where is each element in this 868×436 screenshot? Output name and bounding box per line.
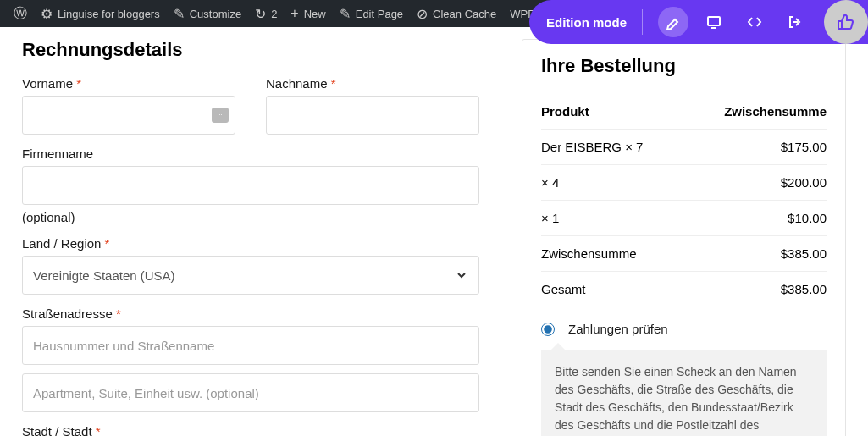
subtotal-label: Zwischensumme — [541, 246, 637, 261]
street-label: Straßenadresse * — [22, 306, 479, 321]
order-heading: Ihre Bestellung — [541, 55, 827, 77]
code-button[interactable] — [739, 7, 770, 37]
plus-icon: + — [290, 6, 298, 21]
billing-heading: Rechnungsdetails — [22, 39, 479, 61]
subtotal-head: Zwischensumme — [724, 104, 827, 119]
street2-input[interactable] — [22, 373, 479, 412]
autofill-icon[interactable]: ••• — [212, 108, 229, 123]
code-icon — [747, 14, 762, 30]
clean-cache-label: Clean Cache — [433, 8, 496, 20]
new-label: New — [304, 8, 326, 20]
refresh-icon: ↻ — [255, 6, 266, 22]
clean-cache-link[interactable]: ⊘Clean Cache — [410, 6, 503, 22]
svg-rect-0 — [708, 17, 720, 25]
firstname-input[interactable] — [22, 96, 235, 135]
exit-icon — [788, 14, 803, 30]
edition-mode-label: Edition mode — [546, 15, 627, 30]
lastname-label: Nachname * — [266, 76, 479, 91]
payment-check-description: Bitte senden Sie einen Scheck an den Nam… — [541, 350, 827, 436]
lastname-input[interactable] — [266, 96, 479, 135]
company-label: Firmenname — [22, 146, 479, 161]
city-label: Stadt / Stadt * — [22, 424, 479, 436]
order-table: ProduktZwischensumme Der EISBERG × 7$175… — [541, 94, 827, 306]
updates-count: 2 — [271, 8, 277, 20]
wordpress-icon: ⓦ — [14, 5, 27, 23]
edit-button[interactable] — [658, 7, 688, 37]
thumbs-up-icon — [836, 12, 856, 32]
edition-mode-bar: Edition mode — [529, 0, 868, 44]
desktop-button[interactable] — [699, 7, 729, 37]
thumb-button[interactable] — [824, 0, 868, 44]
pencil-icon — [666, 14, 681, 30]
street1-input[interactable] — [22, 326, 479, 365]
order-section: Ihre Bestellung ProduktZwischensumme Der… — [522, 39, 846, 436]
billing-section: Rechnungsdetails Vorname * ••• Nachname … — [22, 39, 479, 436]
product-head: Produkt — [541, 104, 589, 119]
edit-page-link[interactable]: ✎Edit Page — [333, 6, 410, 22]
subtotal-value: $385.00 — [781, 246, 827, 261]
company-input[interactable] — [22, 166, 479, 205]
table-row: × 1$10.00 — [541, 201, 827, 236]
separator — [642, 9, 643, 35]
total-label: Gesamt — [541, 282, 586, 296]
table-row: × 4$200.00 — [541, 165, 827, 201]
site-name[interactable]: ⚙Linguise for bloggers — [34, 6, 167, 22]
chevron-down-icon — [455, 268, 468, 282]
updates-link[interactable]: ↻2 — [248, 6, 284, 22]
country-label: Land / Region * — [22, 236, 479, 251]
table-row: Der EISBERG × 7$175.00 — [541, 130, 827, 165]
wp-logo[interactable]: ⓦ — [7, 5, 34, 23]
customize-label: Customize — [190, 8, 241, 20]
payment-section: Zahlungen prüfen Bitte senden Sie einen … — [541, 322, 827, 436]
tag-icon: ⊘ — [417, 6, 428, 22]
brush-icon: ✎ — [174, 6, 185, 22]
optional-text: (optional) — [22, 210, 479, 224]
payment-check-radio[interactable] — [541, 323, 555, 336]
pencil-icon: ✎ — [340, 6, 351, 22]
firstname-label: Vorname * — [22, 76, 235, 91]
customize-link[interactable]: ✎Customize — [167, 6, 248, 22]
monitor-icon — [706, 14, 721, 30]
country-select[interactable]: Vereinigte Staaten (USA) — [22, 256, 479, 295]
country-value: Vereinigte Staaten (USA) — [33, 268, 175, 283]
exit-button[interactable] — [780, 7, 810, 37]
gear-icon: ⚙ — [41, 6, 53, 22]
payment-check-label: Zahlungen prüfen — [568, 322, 668, 336]
site-name-label: Linguise for bloggers — [58, 8, 160, 20]
edit-page-label: Edit Page — [356, 8, 403, 20]
new-link[interactable]: +New — [284, 6, 332, 21]
total-value: $385.00 — [781, 282, 827, 296]
